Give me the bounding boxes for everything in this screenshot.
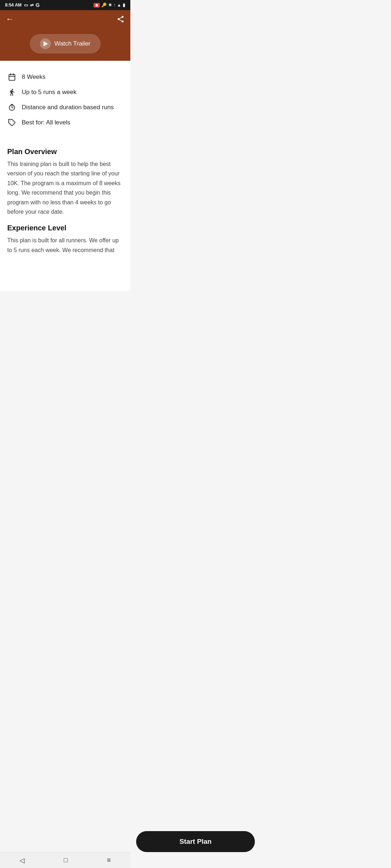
stopwatch-icon [7, 103, 17, 111]
plan-overview-heading: Plan Overview [7, 148, 123, 156]
g-icon: G [36, 2, 40, 8]
time-display: 8:54 AM [5, 3, 22, 8]
signal-icon: ↑ [113, 3, 115, 8]
key-icon: 🔑 [101, 3, 107, 8]
wifi-icon: ▲ [117, 3, 121, 8]
cast-icon: ⇌ [30, 3, 34, 8]
calendar-icon [7, 73, 17, 81]
distance-duration-text: Distance and duration based runs [22, 104, 114, 111]
info-row-level: Best for: All levels [7, 115, 123, 130]
content-section: Plan Overview This training plan is buil… [0, 136, 130, 291]
screen-icon: ▭ [24, 3, 28, 8]
play-icon-circle [40, 38, 51, 49]
best-for-text: Best for: All levels [22, 119, 70, 126]
status-bar: 8:54 AM ▭ ⇌ G ⏺ 🔑 ✳ ↑ ▲ ▮ [0, 0, 130, 10]
bluetooth-icon: ✳ [108, 3, 112, 8]
play-triangle-icon [43, 41, 48, 46]
share-icon [117, 15, 125, 23]
tag-icon [7, 119, 17, 127]
weeks-text: 8 Weeks [22, 73, 46, 81]
info-row-weeks: 8 Weeks [7, 69, 123, 85]
running-icon [7, 88, 17, 96]
runs-per-week-text: Up to 5 runs a week [22, 89, 76, 96]
rec-badge: ⏺ [93, 3, 100, 8]
status-right: ⏺ 🔑 ✳ ↑ ▲ ▮ [93, 3, 125, 8]
plan-overview-body: This training plan is built to help the … [7, 159, 123, 217]
status-left: 8:54 AM ▭ ⇌ G [5, 2, 39, 8]
svg-rect-0 [9, 75, 15, 81]
experience-level-heading: Experience Level [7, 224, 123, 232]
info-row-runs: Up to 5 runs a week [7, 85, 123, 100]
info-row-distance: Distance and duration based runs [7, 100, 123, 115]
header-area: ← Watch Trailer [0, 10, 130, 61]
info-section: 8 Weeks Up to 5 runs a week Distance and… [0, 61, 130, 136]
experience-level-body: This plan is built for all runners. We o… [7, 236, 123, 255]
watch-trailer-button[interactable]: Watch Trailer [30, 34, 101, 54]
back-button[interactable]: ← [6, 15, 14, 23]
battery-icon: ▮ [123, 3, 125, 8]
watch-trailer-label: Watch Trailer [54, 40, 91, 47]
share-button[interactable] [117, 15, 125, 25]
